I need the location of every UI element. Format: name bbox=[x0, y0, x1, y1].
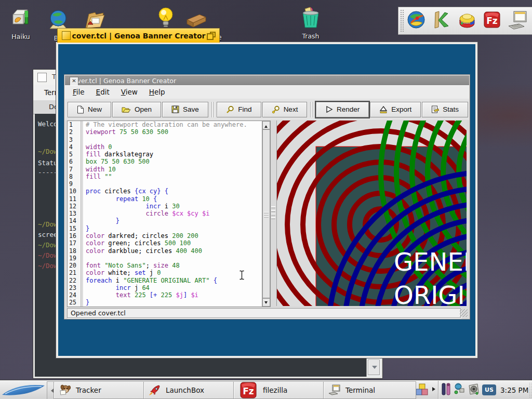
desktop-icon-haiku[interactable]: Haiku bbox=[7, 6, 34, 41]
launcher-item-filezilla[interactable]: Fz bbox=[482, 10, 502, 32]
launcher-item-k-app[interactable] bbox=[431, 9, 452, 32]
svg-text:ORIGINAL: ORIGINAL bbox=[394, 281, 467, 306]
toolbar-button-label: Next bbox=[284, 105, 298, 113]
launcher-item-pie-chart[interactable] bbox=[457, 9, 477, 32]
desktop-icon-trash[interactable]: Trash bbox=[297, 6, 324, 40]
taskbar-item-label: filezilla bbox=[263, 386, 287, 394]
meter-bars-icon[interactable] bbox=[441, 382, 451, 398]
scroll-up-icon[interactable] bbox=[262, 121, 270, 129]
render-button[interactable]: Render bbox=[316, 102, 369, 117]
tray-expander-icon[interactable] bbox=[432, 387, 437, 391]
toolbar-button-label: Render bbox=[337, 105, 360, 113]
code-line: incr j 64 bbox=[86, 284, 262, 291]
next-button[interactable]: Next bbox=[262, 102, 308, 117]
open-icon bbox=[122, 106, 131, 113]
toolbar-button-label: Open bbox=[135, 105, 152, 113]
code-line: box 75 50 630 500 bbox=[86, 158, 262, 165]
code-line bbox=[86, 136, 262, 143]
tracker-icon bbox=[59, 384, 71, 396]
haiku-window-backdrop: cover.tcl | Genoa Banner Creator ✕ FileE… bbox=[58, 44, 475, 356]
code-line: color white; set j 0 bbox=[86, 269, 262, 276]
code-area[interactable]: # The viewport declaration can be anywhe… bbox=[84, 121, 262, 307]
code-line: repeat 10 { bbox=[86, 195, 262, 203]
terminal-icon bbox=[328, 384, 341, 396]
stats-icon bbox=[431, 105, 439, 114]
line-number: 16 bbox=[69, 232, 81, 240]
network-icon[interactable] bbox=[453, 382, 466, 398]
keyboard-layout-badge[interactable]: US bbox=[482, 384, 496, 395]
terminal-close-button[interactable] bbox=[37, 73, 47, 82]
new-button[interactable]: New bbox=[68, 102, 111, 117]
clock[interactable]: 3:25 PM bbox=[500, 386, 528, 394]
line-number: 14 bbox=[69, 217, 81, 224]
deskbar-collapse-button[interactable] bbox=[47, 381, 54, 399]
next-icon bbox=[272, 105, 280, 114]
save-button[interactable]: Save bbox=[162, 102, 208, 117]
resize-grip[interactable] bbox=[460, 309, 468, 317]
line-number: 12 bbox=[69, 203, 81, 210]
audio-icon[interactable] bbox=[467, 382, 481, 398]
banner-preview[interactable]: GENERATEORIGINALART bbox=[276, 121, 467, 306]
line-number: 21 bbox=[69, 269, 81, 276]
trash-icon bbox=[297, 6, 324, 32]
window-zoom-button[interactable] bbox=[207, 32, 215, 40]
taskbar-item-label: Tracker bbox=[76, 386, 101, 394]
app-close-icon[interactable]: ✕ bbox=[70, 77, 78, 86]
window-tab[interactable]: cover.tcl | Genoa Banner Creator bbox=[57, 28, 220, 43]
deskbar: US 3:25 PM TrackerLaunchBoxFzfilezillaTe… bbox=[0, 380, 532, 399]
splitter-sash[interactable] bbox=[271, 121, 276, 306]
terminal-scroll-down-button[interactable] bbox=[368, 360, 380, 375]
code-line: viewport 75 50 630 500 bbox=[86, 128, 262, 136]
window-close-button[interactable] bbox=[62, 31, 71, 40]
code-line: foreach i "GENERATE ORIGINAL ART" { bbox=[86, 277, 262, 284]
line-number: 17 bbox=[69, 240, 81, 247]
k-app-icon bbox=[431, 22, 452, 32]
tray-grip[interactable] bbox=[529, 382, 531, 397]
toolbar-button-label: Export bbox=[391, 105, 411, 113]
line-number: 20 bbox=[69, 262, 81, 269]
export-button[interactable]: Export bbox=[370, 102, 421, 117]
code-line: proc circles {cx cy} { bbox=[86, 188, 262, 195]
launcher-grip[interactable] bbox=[400, 9, 404, 32]
editor-scrollbar-thumb[interactable] bbox=[262, 129, 270, 298]
code-line: } bbox=[86, 225, 262, 232]
taskbar-item-filezilla[interactable]: Fzfilezilla bbox=[233, 381, 327, 399]
code-line: circle $cx $cy $i bbox=[86, 210, 262, 217]
taskbar-item-launchbox[interactable]: LaunchBox bbox=[143, 381, 237, 399]
workspaces-icon[interactable] bbox=[414, 383, 430, 399]
menu-help[interactable]: Help bbox=[143, 88, 171, 96]
line-number: 22 bbox=[69, 277, 81, 284]
taskbar-item-tracker[interactable]: Tracker bbox=[54, 381, 148, 399]
system-tray: US 3:25 PM bbox=[438, 381, 532, 399]
code-line: } bbox=[86, 299, 262, 306]
editor-scrollbar[interactable] bbox=[262, 121, 270, 307]
pie-chart-icon bbox=[457, 22, 477, 32]
code-line: incr i 30 bbox=[86, 203, 262, 210]
taskbar-item-terminal[interactable]: Terminal bbox=[323, 381, 416, 399]
terminal-line: ~/Dow bbox=[38, 241, 58, 249]
desktop-icon-label: Haiku bbox=[7, 33, 34, 41]
stats-button[interactable]: Stats bbox=[422, 102, 468, 117]
app-window: cover.tcl | Genoa Banner Creator ✕ FileE… bbox=[64, 74, 470, 320]
terminal-line: ~/Dow bbox=[38, 262, 58, 270]
find-button[interactable]: Find bbox=[217, 102, 261, 117]
app-title-bar[interactable]: cover.tcl | Genoa Banner Creator ✕ bbox=[65, 75, 469, 85]
line-number: 25 bbox=[69, 299, 81, 306]
toolbar-button-label: New bbox=[88, 105, 102, 113]
web-icon bbox=[406, 22, 427, 32]
render-icon bbox=[325, 105, 333, 113]
menu-file[interactable]: File bbox=[67, 88, 90, 96]
menu-view[interactable]: View bbox=[115, 88, 143, 96]
deskbar-leaf-icon[interactable] bbox=[0, 381, 47, 399]
open-button[interactable]: Open bbox=[112, 102, 161, 117]
launcher-item-web[interactable] bbox=[406, 9, 427, 32]
code-line bbox=[86, 255, 262, 262]
launcher-item-computer[interactable] bbox=[507, 9, 529, 32]
line-number: 24 bbox=[69, 291, 81, 299]
scroll-down-icon[interactable] bbox=[262, 298, 270, 307]
save-icon bbox=[171, 105, 179, 113]
splitter-grip[interactable] bbox=[271, 206, 275, 220]
banner-canvas: GENERATEORIGINALART bbox=[277, 121, 467, 306]
code-line: width 0 bbox=[86, 143, 262, 151]
menu-edit[interactable]: Edit bbox=[90, 88, 115, 96]
